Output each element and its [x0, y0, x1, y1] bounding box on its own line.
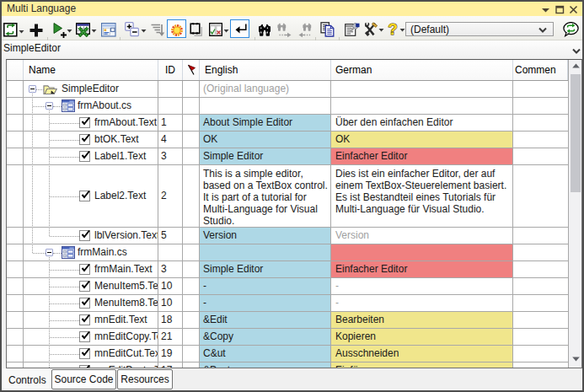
svg-text:?: ?: [388, 21, 398, 38]
